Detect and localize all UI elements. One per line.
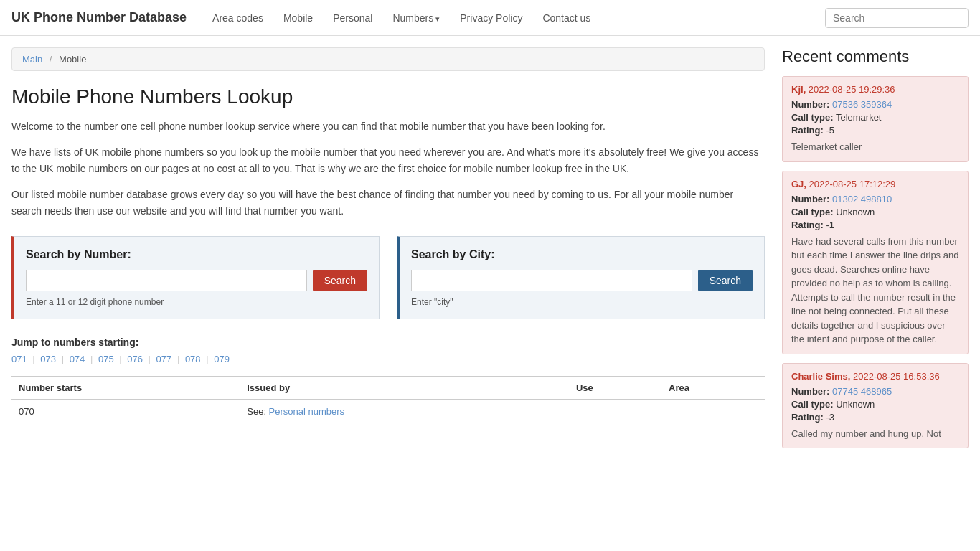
comment-calltype-field: Call type: Telemarket xyxy=(791,112,959,123)
sidebar: Recent comments KjI, 2022-08-25 19:29:36… xyxy=(782,47,969,457)
nav-link-personal[interactable]: Personal xyxy=(324,8,381,28)
comment-number-label: Number: xyxy=(791,194,829,204)
nav-link-numbers[interactable]: Numbers xyxy=(384,8,448,28)
nav-item-personal[interactable]: Personal xyxy=(324,8,381,28)
jump-link-078[interactable]: 078 xyxy=(185,354,201,364)
search-number-button[interactable]: Search xyxy=(313,270,367,291)
jump-link-074[interactable]: 074 xyxy=(70,354,85,364)
jump-pipe: | xyxy=(30,354,38,364)
comment-card: GJ, 2022-08-25 17:12:29 Number: 01302 49… xyxy=(782,171,969,354)
comment-calltype-field: Call type: Unknown xyxy=(791,207,959,217)
search-number-input[interactable] xyxy=(26,270,307,291)
table-header-row: Number starts Issued by Use Area xyxy=(11,376,765,400)
main-layout: Main / Mobile Mobile Phone Numbers Looku… xyxy=(0,36,980,468)
comment-number-label: Number: xyxy=(791,386,829,397)
nav-link-mobile[interactable]: Mobile xyxy=(275,8,321,28)
comment-number-label: Number: xyxy=(791,99,829,110)
comment-timestamp: 2022-08-25 16:53:36 xyxy=(853,371,940,382)
search-number-hint: Enter a 11 or 12 digit phone number xyxy=(26,297,367,307)
comment-rating-value: -5 xyxy=(826,125,834,136)
comment-rating-field: Rating: -5 xyxy=(791,125,959,136)
jump-pipe: | xyxy=(88,354,95,364)
nav-links: Area codes Mobile Personal Numbers Priva… xyxy=(204,8,825,28)
breadcrumb-sep: / xyxy=(50,54,52,65)
nav-link-privacy[interactable]: Privacy Policy xyxy=(451,8,531,28)
search-city-button[interactable]: Search xyxy=(698,270,753,291)
comment-rating-label: Rating: xyxy=(791,125,824,136)
nav-item-contact[interactable]: Contact us xyxy=(534,8,599,28)
comment-calltype-value: Unknown xyxy=(836,399,875,410)
search-city-input[interactable] xyxy=(411,270,692,291)
table-body: 070See: Personal numbers xyxy=(11,400,765,423)
comment-number-field: Number: 01302 498810 xyxy=(791,194,959,204)
cell-use xyxy=(569,400,661,423)
jump-pipe: | xyxy=(146,354,154,364)
recent-comments-title: Recent comments xyxy=(782,47,969,66)
site-brand[interactable]: UK Phone Number Database xyxy=(11,10,187,25)
comment-calltype-value: Unknown xyxy=(836,207,875,217)
intro-para-1: Welcome to the number one cell phone num… xyxy=(11,118,765,134)
breadcrumb-home[interactable]: Main xyxy=(22,54,42,65)
jump-links: 071 | 073 | 074 | 075 | 076 | 077 | 078 … xyxy=(11,354,765,364)
comment-username: Charlie Sims xyxy=(791,371,848,382)
jump-link-079[interactable]: 079 xyxy=(214,354,230,364)
table-row: 070See: Personal numbers xyxy=(11,400,765,423)
nav-link-areacodes[interactable]: Area codes xyxy=(204,8,272,28)
comment-rating-value: -3 xyxy=(826,412,834,423)
number-table: Number starts Issued by Use Area 070See:… xyxy=(11,376,765,423)
page-title: Mobile Phone Numbers Lookup xyxy=(11,85,765,108)
jump-link-073[interactable]: 073 xyxy=(40,354,56,364)
jump-label: Jump to numbers starting: xyxy=(11,336,765,348)
comment-rating-label: Rating: xyxy=(791,220,824,230)
table-head: Number starts Issued by Use Area xyxy=(11,376,765,400)
comments-container: KjI, 2022-08-25 19:29:36 Number: 07536 3… xyxy=(782,76,969,448)
jump-link-077[interactable]: 077 xyxy=(156,354,172,364)
comment-calltype-label: Call type: xyxy=(791,112,834,123)
jump-link-075[interactable]: 075 xyxy=(98,354,114,364)
comment-rating-field: Rating: -3 xyxy=(791,412,959,423)
comment-number-link[interactable]: 07536 359364 xyxy=(832,99,892,110)
col-number-starts: Number starts xyxy=(11,376,240,400)
navbar-search-input[interactable] xyxy=(825,8,969,28)
nav-item-privacy[interactable]: Privacy Policy xyxy=(451,8,531,28)
jump-section: Jump to numbers starting: 071 | 073 | 07… xyxy=(11,336,765,364)
nav-item-mobile[interactable]: Mobile xyxy=(275,8,321,28)
comment-calltype-field: Call type: Unknown xyxy=(791,399,959,410)
comment-number-field: Number: 07745 468965 xyxy=(791,386,959,397)
breadcrumb-current: Mobile xyxy=(59,54,86,65)
issued-by-link[interactable]: Personal numbers xyxy=(269,406,345,417)
search-city-box: Search by City: Search Enter "city" xyxy=(397,236,765,319)
comment-calltype-label: Call type: xyxy=(791,399,834,410)
comment-timestamp: 2022-08-25 19:29:36 xyxy=(809,84,895,95)
search-boxes: Search by Number: Search Enter a 11 or 1… xyxy=(11,236,765,319)
breadcrumb: Main / Mobile xyxy=(11,47,765,71)
jump-link-076[interactable]: 076 xyxy=(127,354,143,364)
navbar: UK Phone Number Database Area codes Mobi… xyxy=(0,0,980,36)
comment-number-value: 07536 359364 xyxy=(832,99,892,110)
comment-card: Charlie Sims, 2022-08-25 16:53:36 Number… xyxy=(782,363,969,449)
comment-rating-label: Rating: xyxy=(791,412,824,423)
cell-area xyxy=(661,400,765,423)
search-number-box: Search by Number: Search Enter a 11 or 1… xyxy=(11,236,380,319)
comment-username: KjI xyxy=(791,84,804,95)
comment-number-value: 01302 498810 xyxy=(832,194,892,204)
comment-rating-value: -1 xyxy=(826,220,834,230)
comment-number-link[interactable]: 01302 498810 xyxy=(832,194,892,204)
comment-text: Telemarket caller xyxy=(791,140,959,154)
col-use: Use xyxy=(569,376,661,400)
comment-text: Called my number and hung up. Not xyxy=(791,427,959,441)
jump-link-071[interactable]: 071 xyxy=(11,354,27,364)
nav-item-numbers[interactable]: Numbers xyxy=(384,8,448,28)
nav-item-areacodes[interactable]: Area codes xyxy=(204,8,272,28)
comment-text: Have had several calls from this number … xyxy=(791,235,959,347)
comment-number-link[interactable]: 07745 468965 xyxy=(832,386,892,397)
search-number-title: Search by Number: xyxy=(26,248,367,261)
content-area: Main / Mobile Mobile Phone Numbers Looku… xyxy=(11,47,765,457)
intro-para-2: We have lists of UK mobile phone numbers… xyxy=(11,144,765,176)
comment-calltype-label: Call type: xyxy=(791,207,834,217)
search-city-hint: Enter "city" xyxy=(411,297,753,307)
cell-issued-by: See: Personal numbers xyxy=(240,400,569,423)
nav-link-contact[interactable]: Contact us xyxy=(534,8,599,28)
intro-text: Welcome to the number one cell phone num… xyxy=(11,118,765,219)
comment-calltype-value: Telemarket xyxy=(836,112,882,123)
